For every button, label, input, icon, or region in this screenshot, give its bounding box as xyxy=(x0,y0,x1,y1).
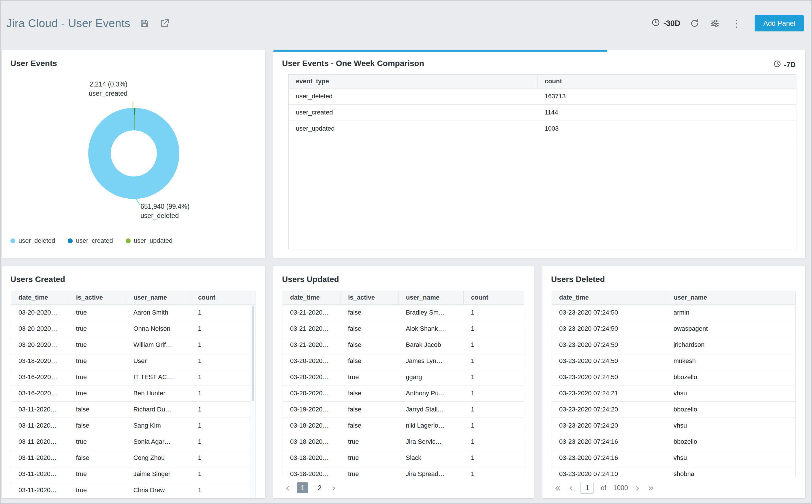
title-group: Jira Cloud - User Events xyxy=(6,17,171,30)
column-header[interactable]: date_time xyxy=(283,291,341,304)
save-button[interactable] xyxy=(138,17,151,29)
column-header[interactable]: is_active xyxy=(341,291,399,304)
column-header[interactable]: date_time xyxy=(11,291,69,304)
table-cell: 03-21-2020… xyxy=(283,337,341,353)
column-header[interactable]: event_type xyxy=(289,75,537,88)
chart-callout-user-created: 2,214 (0.3%) user_created xyxy=(89,80,127,98)
table-cell: false xyxy=(341,401,399,418)
column-header[interactable]: date_time xyxy=(552,291,666,304)
table-row: 03-11-2020…trueSonia Agar…1 xyxy=(11,434,251,450)
clock-icon xyxy=(773,60,781,69)
page-button-1[interactable]: 1 xyxy=(297,482,308,493)
table-cell: 1 xyxy=(191,369,251,385)
legend-item-user-updated[interactable]: user_updated xyxy=(126,237,173,245)
table-cell: true xyxy=(69,434,126,450)
table-row: 03-16-2020…trueIT TEST AC…1 xyxy=(11,369,251,385)
filter-button[interactable] xyxy=(709,18,721,29)
table-cell: 1 xyxy=(191,337,251,353)
panel-time-range-button[interactable]: -7D xyxy=(773,60,796,69)
table-row: 03-23-2020 07:24:50jrichardson xyxy=(552,337,795,353)
users-created-table: date_timeis_activeuser_namecount 03-20-2… xyxy=(11,291,251,498)
scrollbar-thumb[interactable] xyxy=(252,306,254,401)
table-cell: 03-20-2020… xyxy=(11,321,69,337)
column-header[interactable]: count xyxy=(537,75,796,88)
table-cell: true xyxy=(69,321,126,337)
table-cell: Slack xyxy=(399,450,464,466)
table-cell: owaspagent xyxy=(666,321,795,337)
column-header[interactable]: is_active xyxy=(69,291,126,304)
table-cell: true xyxy=(69,369,126,385)
time-range-button[interactable]: -30D xyxy=(651,18,681,29)
table-row: 03-23-2020 07:24:50bbozello xyxy=(552,369,795,385)
next-page-button[interactable]: › xyxy=(635,483,640,493)
legend-label: user_updated xyxy=(134,237,173,245)
table-cell: 03-20-2020… xyxy=(11,337,69,353)
table-cell: 03-18-2020… xyxy=(11,353,69,369)
table-header-row: date_timeuser_name xyxy=(552,291,795,304)
table-cell: 03-11-2020… xyxy=(11,401,69,418)
page-number-input[interactable] xyxy=(580,482,594,494)
table-cell: false xyxy=(341,353,399,369)
column-header[interactable]: user_name xyxy=(666,291,795,304)
page-button-2[interactable]: 2 xyxy=(315,482,324,493)
scrollbar-header-cap xyxy=(251,291,255,304)
refresh-button[interactable] xyxy=(689,18,700,29)
column-header[interactable]: count xyxy=(191,291,251,304)
table-row: 03-23-2020 07:24:16vhsu xyxy=(552,450,795,466)
vertical-scrollbar[interactable] xyxy=(251,291,255,498)
legend-item-user-created[interactable]: user_created xyxy=(68,237,113,245)
table-row: 03-21-2020…falseBradley Sm…1 xyxy=(283,304,524,321)
table-cell: 1 xyxy=(464,353,524,369)
table-cell: 03-20-2020… xyxy=(11,304,69,321)
table-row: 03-18-2020…trueSlack1 xyxy=(283,450,524,466)
table-cell: true xyxy=(69,482,126,498)
export-button[interactable] xyxy=(159,17,171,29)
panel-accent-bar xyxy=(273,50,607,52)
table-cell: Jaime Singer xyxy=(126,466,191,482)
one-week-table: event_typecount user_deleted163713user_c… xyxy=(289,75,796,137)
callout-value: 651,940 (99.4%) xyxy=(140,202,189,211)
table-row: 03-23-2020 07:24:50armin xyxy=(552,304,795,321)
donut-chart[interactable] xyxy=(88,108,179,199)
table-cell: user_deleted xyxy=(289,88,537,104)
table-cell: false xyxy=(341,385,399,401)
table-cell: Jarryd Stall… xyxy=(399,401,464,418)
table-cell: Cong Zhou xyxy=(126,450,191,466)
table-cell: 1 xyxy=(464,418,524,434)
table-cell: 03-21-2020… xyxy=(283,321,341,337)
table-cell: 1 xyxy=(464,401,524,418)
kebab-menu-button[interactable]: ⋮ xyxy=(729,18,744,28)
column-header[interactable]: count xyxy=(464,291,524,304)
first-page-button[interactable]: « xyxy=(554,483,561,493)
column-header[interactable]: user_name xyxy=(399,291,464,304)
one-week-table-container: event_typecount user_deleted163713user_c… xyxy=(288,74,796,249)
table-cell: true xyxy=(69,466,126,482)
prev-page-button[interactable]: ‹ xyxy=(285,483,290,493)
next-page-button[interactable]: › xyxy=(331,483,336,493)
table-cell: true xyxy=(69,337,126,353)
users-updated-table-container: date_timeis_activeuser_namecount 03-21-2… xyxy=(283,291,524,498)
prev-page-button[interactable]: ‹ xyxy=(568,483,574,493)
table-row: 03-20-2020…falseJames Lyn…1 xyxy=(283,353,524,369)
page-title: Jira Cloud - User Events xyxy=(6,17,130,30)
users-deleted-table: date_timeuser_name 03-23-2020 07:24:50ar… xyxy=(552,291,795,482)
table-row: 03-11-2020…falseSang Kim1 xyxy=(11,418,251,434)
table-cell: 03-23-2020 07:24:50 xyxy=(552,304,666,321)
callout-label: user_created xyxy=(89,89,127,98)
add-panel-button[interactable]: Add Panel xyxy=(755,15,804,31)
dashboard-header: Jira Cloud - User Events xyxy=(1,1,811,46)
last-page-button[interactable]: » xyxy=(647,483,655,493)
column-header[interactable]: user_name xyxy=(126,291,191,304)
legend-dot xyxy=(10,238,15,243)
users-created-table-container: date_timeis_activeuser_namecount 03-20-2… xyxy=(11,291,255,498)
donut-hole xyxy=(111,130,157,176)
table-cell: 1 xyxy=(464,369,524,385)
table-row: 03-11-2020…trueJaime Singer1 xyxy=(11,466,251,482)
table-cell: 03-23-2020 07:24:20 xyxy=(552,418,666,434)
table-cell: armin xyxy=(666,304,795,321)
legend-label: user_deleted xyxy=(18,237,55,245)
legend-item-user-deleted[interactable]: user_deleted xyxy=(10,237,55,245)
table-header-row: event_typecount xyxy=(289,75,796,88)
clock-icon xyxy=(651,18,660,29)
table-cell: 1 xyxy=(464,450,524,466)
